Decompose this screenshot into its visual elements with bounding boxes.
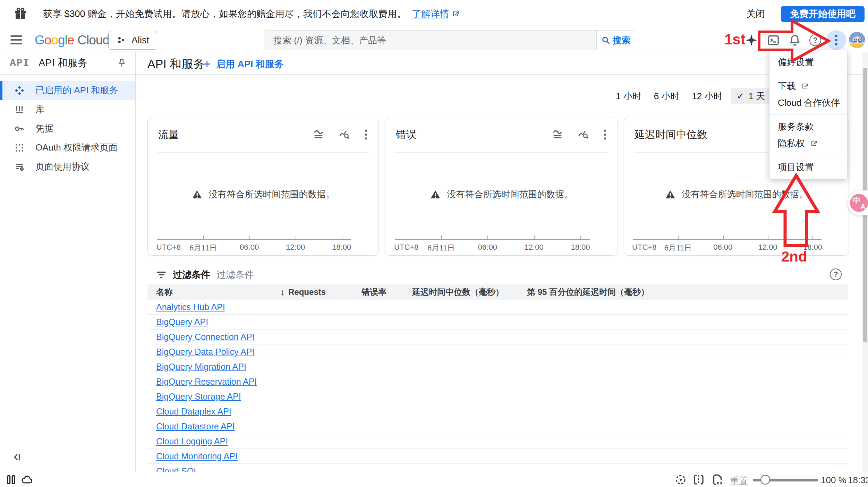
annotation-step2-label: 2nd [781, 248, 807, 265]
google-cloud-logo[interactable]: Google Cloud [35, 33, 109, 48]
sidebar-item-page-usage-agreements[interactable]: 页面使用协议 [0, 157, 135, 176]
playback-slider[interactable] [753, 479, 818, 481]
time-range-6h[interactable]: 6 小时 [649, 90, 684, 102]
axis-label: 06:00 [713, 243, 732, 252]
table-row: Cloud SQL [147, 464, 848, 472]
search-input[interactable] [264, 31, 596, 50]
col-name[interactable]: 名称 [156, 287, 280, 298]
more-options-dropdown: 偏好设置 下载 Cloud 合作伙伴 服务条款 隐私权 项目设置 [769, 50, 847, 179]
sidebar-item-oauth-consent[interactable]: OAuth 权限请求页面 [0, 138, 135, 157]
menu-item-privacy[interactable]: 隐私权 [769, 135, 847, 152]
annotation-step1-label: 1st [724, 31, 746, 48]
api-link[interactable]: BigQuery Data Policy API [156, 347, 254, 357]
warning-icon [665, 189, 676, 200]
sidebar-item-enabled-apis[interactable]: 已启用的 API 和服务 [0, 81, 135, 100]
table-filter-bar[interactable]: 过滤条件 过滤条件 [156, 266, 254, 284]
time-range-1d-selected[interactable]: ✓ 1 天 [731, 88, 771, 104]
split-view-icon[interactable] [692, 473, 705, 486]
axis-label: 12:00 [525, 243, 544, 252]
pause-icon[interactable] [6, 474, 17, 485]
oauth-consent-icon [14, 143, 25, 153]
smoothing-icon[interactable] [313, 129, 324, 140]
smoothing-icon[interactable] [552, 129, 563, 140]
kebab-icon [835, 35, 837, 45]
col-requests[interactable]: ↓ Requests [280, 287, 361, 298]
card-title: 流量 [158, 128, 313, 142]
sparkle-icon [744, 33, 758, 47]
sidebar-title: API 和服务 [39, 56, 88, 70]
axis-label: 06:00 [240, 243, 259, 252]
slider-knob[interactable] [760, 475, 770, 485]
sidebar-item-library[interactable]: 库 [0, 100, 135, 119]
api-link[interactable]: BigQuery API [156, 317, 208, 327]
promo-message: 获享 $300 赠金，开始免费试用。请放心，如果您的赠金用尽，我们不会向您收取费… [43, 8, 406, 20]
table-row: Cloud Dataplex API [147, 404, 848, 419]
traffic-chart-card: 流量 没有符合所选时间范围的数据。 UTC+8 6月11日 06:00 12:0… [147, 117, 379, 256]
sidebar: API API 和服务 已启用的 API 和服务 库 [0, 52, 136, 472]
zoom-level: 100 % [821, 475, 846, 486]
sidebar-header: API API 和服务 [0, 52, 135, 75]
library-icon [14, 104, 25, 115]
col-median-latency[interactable]: 延迟时间中位数（毫秒） [412, 287, 527, 298]
translate-badge[interactable]: 中 A [848, 190, 868, 215]
explore-data-icon[interactable] [338, 129, 350, 140]
api-link[interactable]: Cloud Logging API [156, 436, 228, 446]
explore-data-icon[interactable] [577, 129, 589, 140]
cloud-sync-icon[interactable] [21, 473, 33, 486]
table-row: BigQuery Data Policy API [147, 344, 848, 359]
external-link-icon [451, 10, 460, 18]
col-p95-latency[interactable]: 第 95 百分位的延迟时间（毫秒） [527, 287, 848, 298]
enabled-apis-icon [14, 85, 25, 96]
time-range-1h[interactable]: 1 小时 [611, 90, 646, 102]
external-link-icon [801, 82, 809, 90]
sort-desc-icon: ↓ [280, 287, 285, 298]
time-range-12h[interactable]: 12 小时 [687, 90, 727, 102]
table-row: BigQuery Reservation API [147, 374, 848, 389]
axis-timezone: UTC+8 [632, 243, 656, 252]
pin-icon[interactable] [117, 58, 127, 68]
project-selector[interactable]: Alist [108, 31, 157, 50]
gift-icon [13, 7, 28, 21]
hamburger-menu-icon[interactable] [10, 35, 22, 44]
screenshot-region-icon[interactable] [674, 473, 687, 486]
search-bar: 搜索 [264, 30, 635, 50]
external-link-icon [810, 139, 818, 147]
card-kebab-icon[interactable] [364, 129, 368, 140]
menu-item-downloads[interactable]: 下载 [769, 78, 847, 94]
api-link[interactable]: Cloud Dataplex API [156, 407, 231, 417]
collapse-sidebar-icon[interactable] [12, 452, 23, 463]
enable-apis-button[interactable]: + 启用 API 和服务 [203, 57, 284, 71]
sidebar-item-credentials[interactable]: 凭据 [0, 119, 135, 138]
card-kebab-icon[interactable] [603, 129, 607, 140]
sidebar-item-label: 凭据 [35, 122, 53, 135]
reset-button[interactable]: 重置 [730, 475, 748, 487]
filter-placeholder[interactable]: 过滤条件 [216, 268, 254, 281]
sidebar-item-label: 页面使用协议 [35, 161, 90, 173]
api-link[interactable]: BigQuery Migration API [156, 362, 246, 372]
table-row: Analytics Hub API [147, 300, 848, 315]
api-product-logo: API [10, 57, 29, 69]
table-row: BigQuery API [147, 315, 848, 330]
promo-banner: 获享 $300 赠金，开始免费试用。请放心，如果您的赠金用尽，我们不会向您收取费… [0, 0, 868, 28]
learn-more-link[interactable]: 了解详情 [412, 8, 460, 20]
project-name: Alist [131, 35, 149, 46]
api-link[interactable]: BigQuery Connection API [156, 332, 255, 342]
table-help-icon[interactable]: ? [830, 268, 842, 280]
account-avatar[interactable] [849, 32, 865, 48]
card-header: 错误 [385, 117, 618, 152]
axis-label: 12:00 [286, 243, 305, 252]
search-button[interactable]: 搜索 [596, 31, 635, 50]
api-link[interactable]: BigQuery Storage API [156, 392, 241, 402]
menu-item-cloud-partners[interactable]: Cloud 合作伙伴 [769, 94, 847, 111]
list-gear-icon [14, 162, 25, 172]
api-link[interactable]: BigQuery Reservation API [156, 377, 257, 387]
api-link[interactable]: Cloud Monitoring API [156, 451, 238, 461]
table-row: Cloud Datastore API [147, 419, 848, 434]
page-code-icon[interactable] [711, 473, 724, 486]
api-link[interactable]: Cloud SQL [156, 466, 198, 472]
menu-item-terms-of-service[interactable]: 服务条款 [769, 118, 847, 135]
col-error-rate[interactable]: 错误率 [361, 287, 412, 298]
api-link[interactable]: Analytics Hub API [156, 302, 225, 312]
api-link[interactable]: Cloud Datastore API [156, 421, 235, 432]
card-title: 错误 [396, 128, 552, 142]
